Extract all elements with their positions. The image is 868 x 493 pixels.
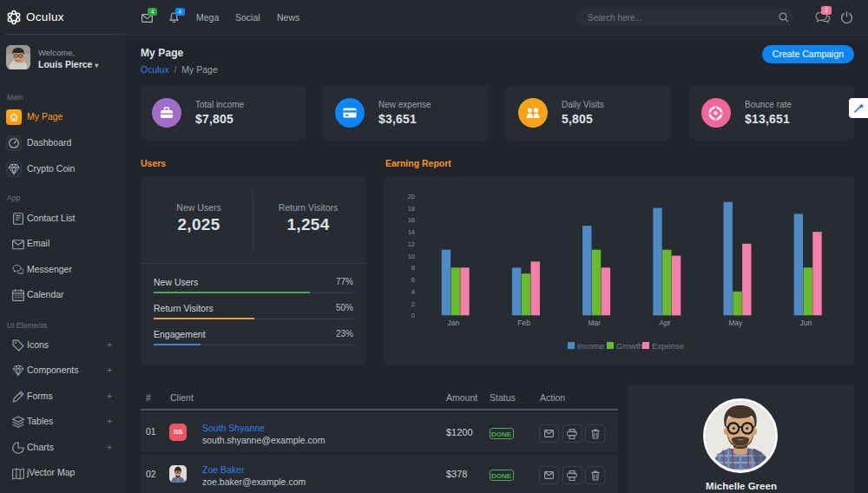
svg-text:Jan: Jan <box>448 319 460 327</box>
svg-text:Apr: Apr <box>659 319 670 327</box>
svg-text:Mar: Mar <box>588 319 601 327</box>
svg-text:May: May <box>728 319 743 327</box>
svg-text:2: 2 <box>411 300 415 308</box>
svg-text:4: 4 <box>411 288 415 296</box>
svg-text:14: 14 <box>408 228 415 236</box>
svg-text:20: 20 <box>408 193 415 200</box>
svg-text:Expense: Expense <box>652 341 684 351</box>
svg-text:16: 16 <box>408 216 415 224</box>
svg-text:Jun: Jun <box>800 319 812 327</box>
svg-text:8: 8 <box>411 264 415 272</box>
svg-text:Growth: Growth <box>616 341 643 351</box>
svg-text:18: 18 <box>408 205 415 213</box>
svg-text:12: 12 <box>408 240 415 248</box>
svg-text:0: 0 <box>411 312 415 319</box>
svg-text:Feb: Feb <box>517 319 530 327</box>
svg-text:6: 6 <box>411 276 415 284</box>
svg-text:Income: Income <box>577 341 604 351</box>
svg-text:10: 10 <box>408 253 415 260</box>
